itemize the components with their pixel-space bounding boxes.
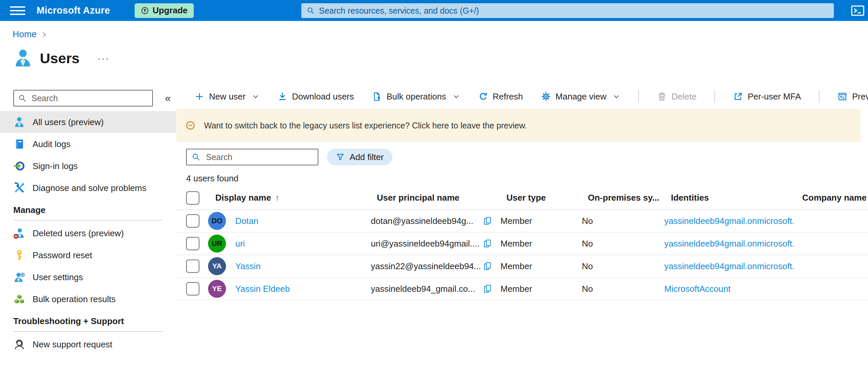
per-user-mfa-button[interactable]: Per-user MFA: [733, 91, 801, 102]
cloud-shell-button[interactable]: [849, 4, 866, 17]
hamburger-menu-button[interactable]: [10, 5, 25, 16]
row-checkbox[interactable]: [186, 259, 199, 273]
sidebar-item-label: User settings: [33, 272, 83, 282]
identities-link[interactable]: yassineldeeb94gmail.onmicrosoft.: [664, 216, 795, 226]
breadcrumb-home-link[interactable]: Home: [12, 29, 36, 39]
upgrade-button[interactable]: Upgrade: [134, 3, 193, 18]
support-headset-icon: [13, 338, 25, 350]
user-display-name-link[interactable]: Yassin Eldeeb: [235, 284, 290, 294]
command-bar: New user Download users Bulk opera: [177, 86, 868, 107]
column-header-user-type[interactable]: User type: [499, 193, 581, 203]
user-type: Member: [499, 238, 581, 249]
sidebar-item-label: Sign-in logs: [33, 161, 78, 171]
row-checkbox[interactable]: [186, 282, 199, 295]
global-search-input[interactable]: [318, 6, 829, 16]
external-link-icon: [733, 91, 743, 102]
breadcrumb: Home: [12, 29, 48, 39]
delete-button[interactable]: Delete: [657, 91, 696, 102]
chevron-down-icon: [252, 93, 259, 100]
sign-in-log-icon: [13, 160, 25, 172]
user-type: Member: [499, 216, 581, 226]
sidebar-item-new-support-request[interactable]: New support request: [0, 333, 176, 355]
copy-icon[interactable]: [483, 216, 493, 226]
new-user-button[interactable]: New user: [194, 91, 259, 102]
manage-view-button[interactable]: Manage view: [541, 91, 620, 102]
banner-message: Want to switch back to the legacy users …: [204, 121, 527, 131]
plus-icon: [194, 91, 205, 102]
sidebar-item-label: Audit logs: [33, 139, 70, 149]
download-users-button[interactable]: Download users: [277, 91, 354, 102]
on-premises-sync: No: [581, 261, 663, 272]
page-header: Users ···: [12, 48, 110, 68]
sidebar-item-user-settings[interactable]: User settings: [0, 266, 176, 288]
copy-icon[interactable]: [483, 238, 493, 249]
users-page-icon: [12, 48, 33, 68]
on-premises-sync: No: [581, 216, 663, 226]
table-row[interactable]: UR uri uri@yassineldeeb94gmail.... Membe…: [177, 232, 868, 255]
avatar: UR: [208, 234, 226, 253]
column-header-company-name[interactable]: Company name: [795, 193, 868, 203]
user-display-name-link[interactable]: Yassin: [235, 261, 260, 272]
user-icon: [13, 116, 25, 128]
refresh-button[interactable]: Refresh: [478, 91, 523, 102]
search-icon: [306, 6, 315, 15]
table-row[interactable]: YE Yassin Eldeeb yassineldeeb94_gmail.co…: [177, 278, 868, 301]
sidebar-item-label: New support request: [33, 339, 112, 350]
copy-icon[interactable]: [483, 284, 493, 294]
bulk-operations-icon: [372, 91, 382, 102]
column-header-display-name[interactable]: Display name↑: [208, 193, 370, 203]
bulk-operations-button[interactable]: Bulk operations: [372, 91, 460, 102]
results-count: 4 users found: [186, 173, 868, 183]
cubes-icon: [13, 293, 25, 305]
refresh-icon: [478, 91, 488, 102]
filter-row: Add filter: [186, 149, 868, 165]
row-checkbox[interactable]: [186, 237, 199, 250]
sidebar-collapse-button[interactable]: «: [165, 92, 171, 104]
user-principal-name: yassineldeeb94_gmail.co...: [371, 284, 483, 294]
download-icon: [277, 91, 287, 102]
add-filter-button[interactable]: Add filter: [327, 149, 393, 165]
key-icon: [13, 249, 25, 261]
column-header-identities[interactable]: Identities: [663, 193, 795, 203]
preview-features-button[interactable]: Preview features: [837, 91, 868, 102]
table-header-row: Display name↑ User principal name User t…: [177, 186, 868, 210]
sidebar-item-deleted-users[interactable]: Deleted users (preview): [0, 222, 176, 244]
preview-banner[interactable]: Want to switch back to the legacy users …: [177, 109, 861, 142]
brand-title[interactable]: Microsoft Azure: [36, 5, 110, 16]
user-display-name-link[interactable]: uri: [235, 238, 245, 249]
chevron-right-icon: [40, 31, 48, 38]
arrow-up-circle-icon: [141, 6, 149, 15]
sidebar-search-input[interactable]: [31, 93, 148, 104]
table-row[interactable]: YA Yassin yassin22@yassineldeeb94... Mem…: [177, 255, 868, 278]
row-checkbox[interactable]: [186, 214, 199, 228]
user-settings-icon: [13, 271, 25, 283]
sidebar-item-audit-logs[interactable]: Audit logs: [0, 133, 176, 155]
page-overflow-button[interactable]: ···: [98, 53, 110, 64]
sidebar-item-sign-in-logs[interactable]: Sign-in logs: [0, 155, 176, 177]
copy-icon[interactable]: [483, 261, 493, 271]
sidebar-item-label: All users (preview): [33, 117, 104, 128]
sidebar-item-label: Deleted users (preview): [33, 228, 124, 238]
sidebar-item-all-users[interactable]: All users (preview): [0, 111, 176, 133]
preview-features-icon: [837, 91, 847, 102]
sidebar-search-box: [13, 90, 153, 107]
deleted-user-icon: [13, 227, 25, 239]
column-header-upn[interactable]: User principal name: [370, 193, 499, 203]
list-search-input[interactable]: [205, 152, 313, 162]
identities-link[interactable]: yassineldeeb94gmail.onmicrosoft.: [664, 261, 795, 271]
sidebar-item-diagnose[interactable]: Diagnose and solve problems: [0, 177, 176, 199]
user-display-name-link[interactable]: Dotan: [235, 216, 258, 226]
upgrade-label: Upgrade: [153, 5, 187, 16]
audit-log-book-icon: [13, 138, 25, 150]
identities-link[interactable]: yassineldeeb94gmail.onmicrosoft.: [664, 238, 795, 249]
divider: [13, 331, 163, 332]
user-principal-name: dotan@yassineldeeb94g...: [371, 216, 483, 226]
sidebar-item-label: Diagnose and solve problems: [33, 183, 147, 193]
identities-link[interactable]: MicrosoftAccount: [664, 284, 731, 294]
sidebar-item-bulk-results[interactable]: Bulk operation results: [0, 288, 176, 310]
avatar: YA: [208, 257, 226, 275]
table-row[interactable]: DO Dotan dotan@yassineldeeb94g... Member…: [177, 210, 868, 232]
column-header-on-premises[interactable]: On-premises sy...: [581, 193, 663, 203]
select-all-checkbox[interactable]: [186, 191, 199, 205]
sidebar-item-password-reset[interactable]: Password reset: [0, 244, 176, 266]
